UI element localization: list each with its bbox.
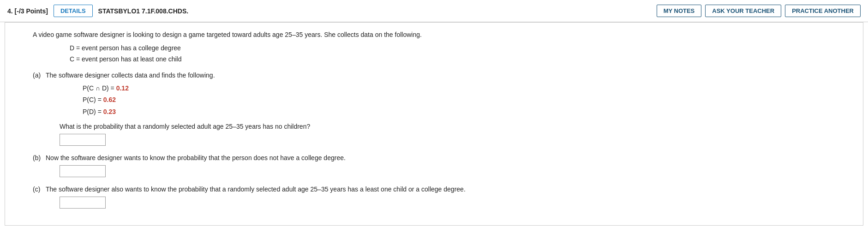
practice-another-button[interactable]: PRACTICE ANOTHER (785, 5, 861, 17)
definition-d: D = event person has a college degree (70, 43, 849, 54)
part-b: (b) Now the software designer wants to k… (33, 154, 849, 177)
part-a: (a) The software designer collects data … (33, 72, 849, 146)
part-c-content: The software designer also wants to know… (46, 185, 849, 209)
content-area: A video game software designer is lookin… (5, 22, 863, 226)
prob-c: P(C) = 0.62 (83, 94, 849, 106)
prob-d-value: 0.23 (103, 108, 116, 115)
part-a-description: The software designer collects data and … (46, 72, 849, 79)
ask-teacher-button[interactable]: ASK YOUR TEACHER (705, 5, 781, 17)
prob-intersection: P(C ∩ D) = 0.12 (83, 83, 849, 95)
question-number: 4. [-/3 Points] (7, 7, 48, 15)
my-notes-button[interactable]: MY NOTES (657, 5, 702, 17)
details-button[interactable]: DETAILS (54, 5, 93, 17)
prob-intersection-expr: P(C ∩ D) = (83, 84, 116, 92)
prob-intersection-value: 0.12 (116, 84, 129, 92)
probabilities: P(C ∩ D) = 0.12 P(C) = 0.62 P(D) = 0.23 (83, 83, 849, 119)
part-c-description: The software designer also wants to know… (46, 185, 849, 193)
header-bar: 4. [-/3 Points] DETAILS STATSBYLO1 7.1F.… (0, 0, 868, 22)
course-code: STATSBYLO1 7.1F.008.CHDS. (98, 7, 651, 15)
part-c-input[interactable] (60, 197, 106, 209)
prob-d-expr: P(D) = (83, 108, 103, 115)
part-b-description: Now the software designer wants to know … (46, 154, 849, 161)
part-c-label: (c) (33, 185, 44, 193)
prob-c-value: 0.62 (103, 96, 116, 103)
part-a-question: What is the probability that a randomly … (60, 123, 849, 130)
part-a-input[interactable] (60, 134, 106, 146)
part-a-content: The software designer collects data and … (46, 72, 849, 146)
prob-d: P(D) = 0.23 (83, 106, 849, 118)
part-a-label: (a) (33, 72, 44, 79)
top-buttons: MY NOTES ASK YOUR TEACHER PRACTICE ANOTH… (657, 5, 861, 17)
prob-c-expr: P(C) = (83, 96, 103, 103)
intro-text: A video game software designer is lookin… (33, 31, 849, 38)
part-b-label: (b) (33, 154, 44, 161)
part-b-content: Now the software designer wants to know … (46, 154, 849, 177)
part-c: (c) The software designer also wants to … (33, 185, 849, 209)
part-b-input[interactable] (60, 165, 106, 177)
definitions: D = event person has a college degree C … (70, 43, 849, 65)
definition-c: C = event person has at least one child (70, 54, 849, 65)
